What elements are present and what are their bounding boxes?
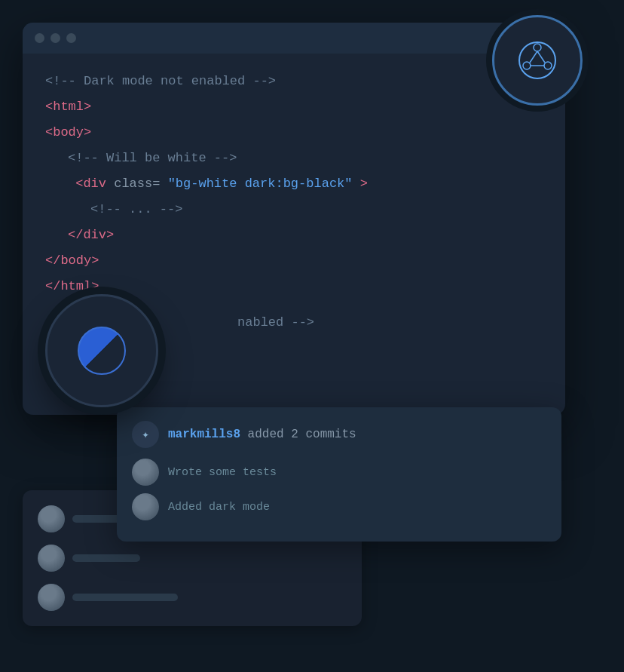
code-tag: </div> [68,228,114,242]
code-line-8: </body> [45,248,543,274]
avatar-image [38,584,65,611]
avatar-placeholder [38,505,65,532]
code-tag: <div [75,176,114,191]
commit-username: markmills8 [168,428,240,441]
avatar-placeholder [38,584,65,611]
commit-message-1: Wrote some tests [168,466,277,479]
avatar-photo-1 [132,459,159,486]
star-symbol: ✦ [142,427,149,442]
code-line-1: <!-- Dark mode not enabled --> [45,69,543,94]
code-line-2: <html> [45,94,543,120]
commit-header: ✦ markmills8 added 2 commits [132,421,546,448]
card-row [38,545,347,572]
code-line-6: <!-- ... --> [45,197,543,222]
commit-avatar-1 [132,459,159,486]
code-comment: <!-- Will be white --> [68,151,237,165]
ubuntu-dot-top [534,44,541,51]
ubuntu-circle-icon [492,15,583,106]
avatar-image [38,505,65,532]
code-tag: <html> [45,100,91,114]
avatar-image [38,545,65,572]
code-attr: class= [114,176,160,191]
commit-item-2: Added dark mode [132,493,546,520]
code-tag: </html> [45,279,99,293]
window-dot-red [35,33,44,43]
code-string: "bg-white dark:bg-black" [168,176,353,191]
half-moon-circle-icon [45,294,158,407]
code-tag: <body> [45,125,91,140]
code-comment: <!-- ... --> [90,202,182,216]
commit-title-text: markmills8 added 2 commits [168,428,356,441]
half-moon-shape [78,327,126,375]
code-line-5: <div class= "bg-white dark:bg-black" > [45,171,543,197]
avatar-placeholder [38,545,65,572]
ubuntu-outer-ring [519,42,555,78]
bar-placeholder [72,554,140,562]
code-line-3: <body> [45,120,543,146]
window-dot-yellow [50,33,60,43]
code-line-7: </div> [45,222,543,248]
commits-panel: ✦ markmills8 added 2 commits Wrote some … [117,407,561,542]
commit-item-1: Wrote some tests [132,459,546,486]
code-line-4: <!-- Will be white --> [45,146,543,171]
window-dot-green [66,33,76,43]
magic-star-icon: ✦ [132,421,159,448]
ubuntu-svg [517,40,558,81]
avatar-photo-2 [132,493,159,520]
ubuntu-dot-right [544,62,552,69]
code-tag: </body> [45,253,99,268]
commit-avatar-2 [132,493,159,520]
editor-titlebar [23,23,565,54]
code-line-9: </html> [45,274,543,299]
code-comment: <!-- Dark mode not enabled --> [45,74,276,88]
bar-placeholder [72,594,178,601]
ubuntu-line-1 [537,51,545,63]
code-tag: > [360,176,368,191]
commit-action: added 2 commits [240,428,356,441]
ubuntu-line-2 [530,51,537,63]
card-row [38,584,347,611]
commit-message-2: Added dark mode [168,501,270,514]
ubuntu-dot-left [523,62,531,69]
